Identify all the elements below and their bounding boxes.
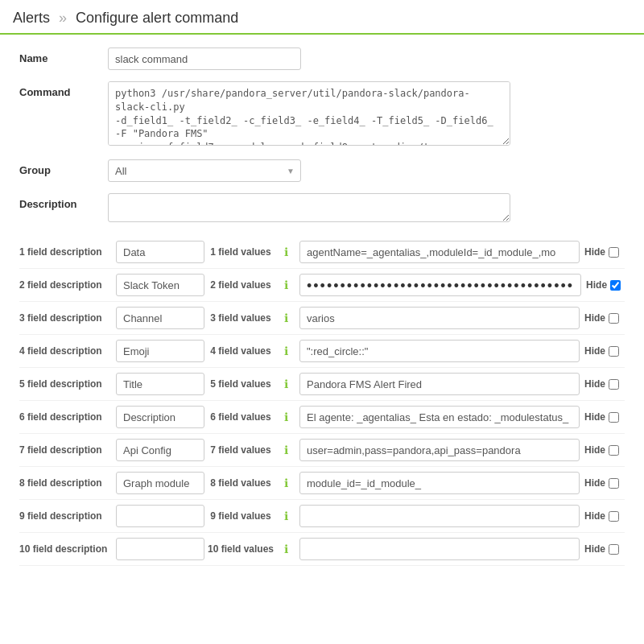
breadcrumb-separator: »	[59, 10, 67, 26]
hide-cell-3: Hide	[584, 312, 625, 324]
field-num-label-4: 4 field description	[19, 345, 116, 357]
field-desc-cell-9	[116, 505, 204, 527]
command-label: Command	[19, 81, 108, 98]
field-row-4: 4 field description4 field valuesℹHide	[19, 335, 625, 368]
group-select[interactable]: All	[108, 159, 301, 182]
hide-cell-8: Hide	[584, 477, 625, 489]
field-value-cell-4	[299, 340, 580, 362]
field-row-1: 1 field description1 field valuesℹHide	[19, 236, 625, 269]
field-num-label-1: 1 field description	[19, 246, 116, 258]
info-icon-2[interactable]: ℹ	[277, 279, 295, 291]
field-value-input-6[interactable]	[299, 406, 580, 428]
hide-cell-4: Hide	[584, 345, 625, 357]
field-desc-cell-6	[116, 406, 204, 428]
hide-label-2: Hide	[586, 279, 607, 291]
field-desc-cell-5	[116, 373, 204, 395]
name-control	[108, 47, 625, 70]
field-row-10: 10 field description10 field valuesℹHide	[19, 533, 625, 566]
hide-label-5: Hide	[584, 378, 605, 390]
hide-cell-6: Hide	[584, 411, 625, 423]
hide-checkbox-8[interactable]	[609, 478, 619, 489]
info-icon-10[interactable]: ℹ	[277, 543, 295, 555]
hide-cell-9: Hide	[584, 510, 625, 522]
hide-checkbox-3[interactable]	[609, 313, 619, 324]
hide-checkbox-9[interactable]	[609, 511, 619, 522]
info-icon-8[interactable]: ℹ	[277, 477, 295, 489]
info-icon-7[interactable]: ℹ	[277, 444, 295, 456]
hide-cell-10: Hide	[584, 543, 625, 555]
field-value-input-9[interactable]	[299, 505, 580, 527]
hide-checkbox-6[interactable]	[609, 412, 619, 423]
field-value-input-3[interactable]	[299, 307, 580, 329]
field-value-cell-6	[299, 406, 580, 428]
field-num-label-6: 6 field description	[19, 411, 116, 423]
command-row: Command	[19, 81, 625, 148]
field-value-cell-2: ••••••••••••••••••••••••••••••••••••••••	[299, 274, 581, 296]
field-value-input-7[interactable]	[299, 439, 580, 461]
field-values-label-2: 2 field values	[204, 279, 277, 291]
field-desc-input-4[interactable]	[116, 340, 204, 362]
field-row-7: 7 field description7 field valuesℹHide	[19, 434, 625, 467]
field-desc-input-10[interactable]	[116, 538, 204, 560]
breadcrumb-alerts[interactable]: Alerts	[13, 10, 50, 26]
field-row-3: 3 field description3 field valuesℹHide	[19, 302, 625, 335]
field-value-input-10[interactable]	[299, 538, 580, 560]
field-num-label-2: 2 field description	[19, 279, 116, 291]
field-values-label-10: 10 field values	[204, 543, 277, 555]
field-value-input-5[interactable]	[299, 373, 580, 395]
info-icon-3[interactable]: ℹ	[277, 312, 295, 324]
field-desc-input-9[interactable]	[116, 505, 204, 527]
field-desc-input-3[interactable]	[116, 307, 204, 329]
field-desc-cell-10	[116, 538, 204, 560]
hide-checkbox-10[interactable]	[609, 544, 619, 555]
command-textarea[interactable]	[108, 81, 510, 146]
hide-checkbox-2[interactable]	[610, 280, 621, 291]
hide-label-6: Hide	[584, 411, 605, 423]
field-value-input-4[interactable]	[299, 340, 580, 362]
field-desc-input-5[interactable]	[116, 373, 204, 395]
hide-cell-1: Hide	[584, 246, 625, 258]
field-value-input-8[interactable]	[299, 472, 580, 494]
info-icon-5[interactable]: ℹ	[277, 378, 295, 390]
field-value-cell-7	[299, 439, 580, 461]
hide-checkbox-4[interactable]	[609, 346, 619, 357]
hide-label-7: Hide	[584, 444, 605, 456]
field-desc-input-8[interactable]	[116, 472, 204, 494]
field-value-cell-8	[299, 472, 580, 494]
hide-checkbox-1[interactable]	[609, 247, 619, 258]
hide-label-4: Hide	[584, 345, 605, 357]
field-value-input-1[interactable]	[299, 241, 580, 263]
name-row: Name	[19, 47, 625, 70]
field-value-cell-3	[299, 307, 580, 329]
name-input[interactable]	[108, 47, 301, 70]
group-select-wrapper: All	[108, 159, 301, 182]
description-control	[108, 193, 625, 225]
description-textarea[interactable]	[108, 193, 510, 222]
field-values-label-9: 9 field values	[204, 510, 277, 522]
field-num-label-9: 9 field description	[19, 510, 116, 522]
info-icon-9[interactable]: ℹ	[277, 510, 295, 522]
hide-checkbox-7[interactable]	[609, 445, 619, 456]
field-values-label-6: 6 field values	[204, 411, 277, 423]
field-values-label-5: 5 field values	[204, 378, 277, 390]
field-desc-cell-1	[116, 241, 204, 263]
field-row-9: 9 field description9 field valuesℹHide	[19, 500, 625, 533]
field-desc-input-1[interactable]	[116, 241, 204, 263]
field-desc-cell-4	[116, 340, 204, 362]
field-values-label-7: 7 field values	[204, 444, 277, 456]
field-row-2: 2 field description2 field valuesℹ••••••…	[19, 269, 625, 302]
hide-checkbox-5[interactable]	[609, 379, 619, 390]
field-desc-input-6[interactable]	[116, 406, 204, 428]
info-icon-1[interactable]: ℹ	[277, 246, 295, 258]
field-num-label-7: 7 field description	[19, 444, 116, 456]
field-value-cell-9	[299, 505, 580, 527]
field-desc-cell-2	[116, 274, 204, 296]
hide-label-1: Hide	[584, 246, 605, 258]
field-desc-input-2[interactable]	[116, 274, 204, 296]
hide-label-8: Hide	[584, 477, 605, 489]
info-icon-6[interactable]: ℹ	[277, 411, 295, 423]
field-value-cell-1	[299, 241, 580, 263]
field-desc-input-7[interactable]	[116, 439, 204, 461]
info-icon-4[interactable]: ℹ	[277, 345, 295, 357]
command-control	[108, 81, 625, 148]
